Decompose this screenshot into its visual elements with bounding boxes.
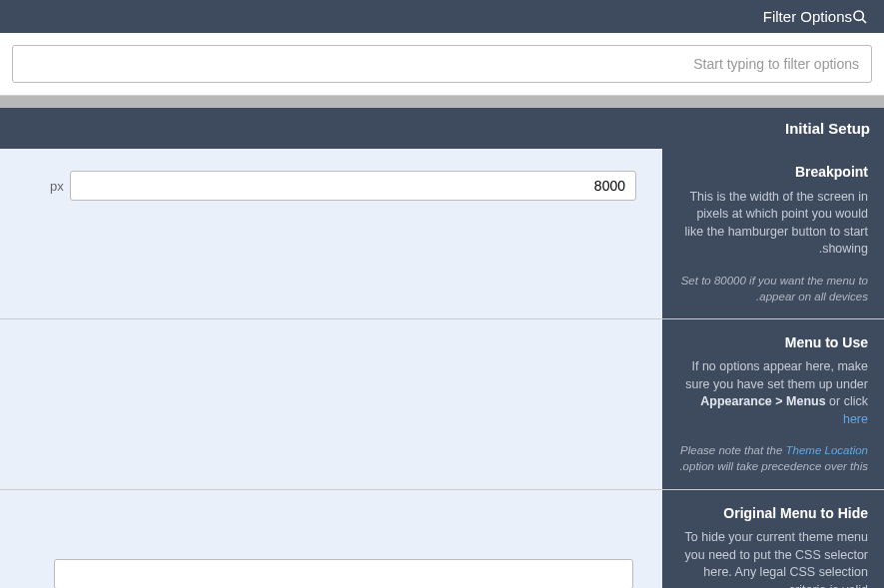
option-control (0, 490, 662, 588)
option-control: px (0, 149, 662, 318)
header-title: Filter Options (763, 8, 852, 25)
option-info: Breakpoint This is the width of the scre… (662, 149, 884, 318)
option-desc: This is the width of the screen in pixel… (678, 189, 868, 259)
option-desc: If no options appear here, make sure you… (678, 358, 868, 428)
option-title: Menu to Use (678, 333, 868, 353)
theme-location-link[interactable]: Theme Location (786, 444, 868, 456)
app-header: Filter Options (0, 0, 884, 33)
option-row-breakpoint: Breakpoint This is the width of the scre… (0, 149, 884, 319)
section-spacer (0, 96, 884, 108)
option-info: Menu to Use If no options appear here, m… (662, 319, 884, 489)
breakpoint-input[interactable] (70, 171, 636, 201)
search-icon (852, 9, 868, 25)
option-note: Please note that the Theme Location opti… (678, 442, 868, 474)
option-control (0, 319, 662, 489)
option-desc: To hide your current theme menu you need… (678, 529, 868, 588)
breakpoint-input-wrap: px (50, 171, 636, 201)
section-header: Initial Setup (0, 108, 884, 149)
menus-link[interactable]: here (843, 412, 868, 426)
option-title: Original Menu to Hide (678, 504, 868, 524)
option-row-hide: Original Menu to Hide To hide your curre… (0, 490, 884, 588)
option-note: Set to 80000 if you want the menu to app… (678, 273, 868, 304)
svg-point-0 (854, 11, 863, 20)
option-title: Breakpoint (678, 163, 868, 183)
svg-line-1 (862, 19, 866, 23)
filter-bar (0, 33, 884, 96)
hide-selector-input[interactable] (54, 559, 633, 588)
option-row-menu: Menu to Use If no options appear here, m… (0, 319, 884, 490)
option-info: Original Menu to Hide To hide your curre… (662, 490, 884, 588)
filter-input[interactable] (12, 45, 872, 83)
suffix-label: px (50, 179, 64, 194)
